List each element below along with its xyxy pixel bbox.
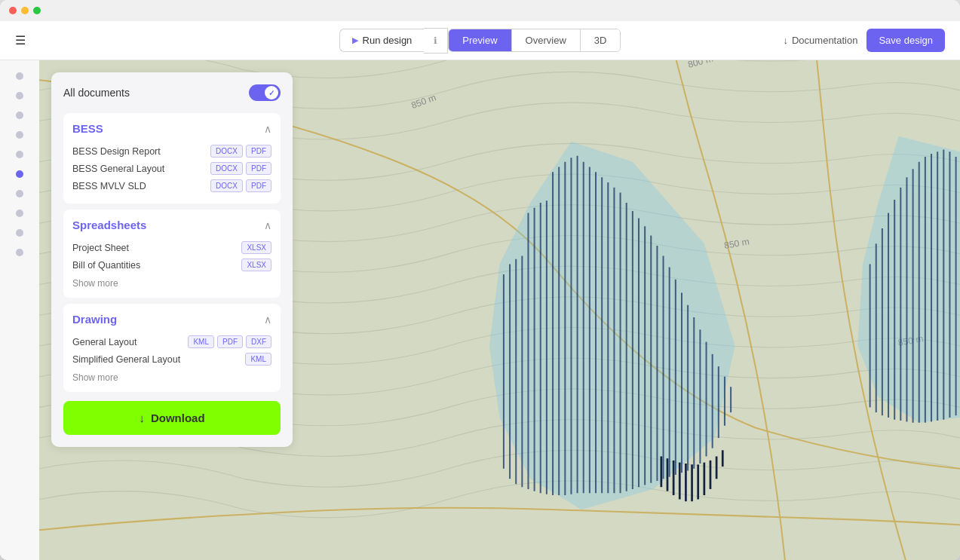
- download-label: Download: [151, 412, 205, 424]
- sidebar-dot-9[interactable]: [16, 229, 23, 237]
- run-design-button[interactable]: ▶ Run design: [339, 29, 425, 52]
- sidebar-dot-6[interactable]: [16, 170, 23, 178]
- doc-row: Simplified General Layout KML: [72, 350, 271, 368]
- doc-name: Project Sheet: [72, 243, 129, 253]
- save-design-button[interactable]: Save design: [866, 29, 945, 52]
- doc-name: General Layout: [72, 337, 136, 347]
- section-title-bess: BESS: [72, 122, 103, 135]
- sidebar-dot-10[interactable]: [16, 249, 23, 256]
- download-button[interactable]: ↓ Download: [63, 401, 281, 435]
- minimize-dot[interactable]: [21, 7, 29, 14]
- doc-name: BESS General Layout: [72, 164, 164, 174]
- download-icon: ↓: [139, 412, 145, 424]
- badge-pdf[interactable]: PDF: [246, 145, 271, 158]
- show-more-spreadsheets[interactable]: Show more: [72, 278, 271, 289]
- badge-kml[interactable]: KML: [188, 335, 214, 348]
- section-header-drawing: Drawing ∧: [72, 313, 271, 326]
- doc-row: BESS Design Report DOCX PDF: [72, 142, 271, 160]
- badge-docx[interactable]: DOCX: [210, 145, 243, 158]
- doc-badges: DOCX PDF: [210, 179, 271, 192]
- info-button[interactable]: ℹ: [424, 28, 448, 54]
- toolbar: ☰ ▶ Run design ℹ Preview Overview 3D ↓ D…: [0, 21, 960, 60]
- run-design-label: Run design: [363, 35, 413, 46]
- app-container: ☰ ▶ Run design ℹ Preview Overview 3D ↓ D…: [0, 21, 960, 560]
- show-more-drawing[interactable]: Show more: [72, 372, 271, 383]
- section-bess: BESS ∧ BESS Design Report DOCX PDF BESS …: [63, 113, 281, 203]
- doc-name: BESS Design Report: [72, 146, 161, 157]
- documents-panel: All documents BESS ∧ BESS Design Report: [51, 72, 293, 447]
- toolbar-center: ▶ Run design ℹ Preview Overview 3D: [339, 28, 621, 54]
- doc-badges: KML PDF DXF: [188, 335, 271, 348]
- sidebar-dot-8[interactable]: [16, 210, 23, 217]
- section-title-spreadsheets: Spreadsheets: [72, 219, 146, 231]
- all-documents-row: All documents: [63, 84, 281, 101]
- tab-preview[interactable]: Preview: [449, 29, 511, 51]
- badge-pdf[interactable]: PDF: [246, 179, 271, 192]
- sidebar-dot-4[interactable]: [16, 131, 23, 139]
- sidebar-dot-7[interactable]: [16, 190, 23, 197]
- sidebar-dot-3[interactable]: [16, 112, 23, 119]
- doc-badges: KML: [245, 353, 271, 366]
- section-drawing: Drawing ∧ General Layout KML PDF DXF: [63, 304, 281, 392]
- badge-kml[interactable]: KML: [245, 353, 271, 366]
- browser-window: ☰ ▶ Run design ℹ Preview Overview 3D ↓ D…: [0, 0, 960, 560]
- doc-row: General Layout KML PDF DXF: [72, 333, 271, 350]
- doc-row: Project Sheet XLSX: [72, 239, 271, 256]
- sidebar-dots: [0, 60, 39, 560]
- badge-docx[interactable]: DOCX: [210, 179, 243, 192]
- badge-pdf[interactable]: PDF: [217, 335, 243, 348]
- close-dot[interactable]: [9, 7, 17, 14]
- maximize-dot[interactable]: [33, 7, 41, 14]
- view-tabs: Preview Overview 3D: [448, 29, 621, 52]
- badge-dxf[interactable]: DXF: [246, 335, 271, 348]
- toolbar-right: ↓ Documentation Save design: [783, 29, 945, 52]
- doc-row: BESS General Layout DOCX PDF: [72, 160, 271, 177]
- doc-name: Bill of Quantities: [72, 260, 140, 271]
- browser-chrome: [0, 0, 960, 21]
- download-doc-icon: ↓: [783, 35, 788, 46]
- map-area[interactable]: 800 m 850 m 850 m 850 m 850 m: [39, 60, 960, 560]
- tab-overview[interactable]: Overview: [512, 29, 581, 51]
- doc-row: Bill of Quantities XLSX: [72, 256, 271, 274]
- menu-icon[interactable]: ☰: [15, 33, 26, 47]
- toggle-switch[interactable]: [249, 84, 281, 101]
- chevron-up-icon-drawing[interactable]: ∧: [264, 314, 271, 326]
- doc-badges: XLSX: [241, 259, 271, 271]
- chevron-up-icon-bess[interactable]: ∧: [264, 123, 271, 135]
- section-title-drawing: Drawing: [72, 313, 117, 326]
- badge-pdf[interactable]: PDF: [246, 162, 271, 175]
- sidebar-dot-1[interactable]: [16, 72, 23, 80]
- doc-row: BESS MVLV SLD DOCX PDF: [72, 177, 271, 194]
- doc-badges: XLSX: [241, 241, 271, 254]
- sidebar-dot-5[interactable]: [16, 151, 23, 158]
- documentation-button[interactable]: ↓ Documentation: [783, 35, 857, 46]
- documentation-label: Documentation: [792, 35, 857, 46]
- section-spreadsheets: Spreadsheets ∧ Project Sheet XLSX Bill o…: [63, 210, 281, 298]
- play-icon: ▶: [352, 35, 358, 45]
- all-documents-label: All documents: [63, 87, 130, 99]
- section-header-spreadsheets: Spreadsheets ∧: [72, 219, 271, 231]
- section-header-bess: BESS ∧: [72, 122, 271, 135]
- toggle-knob: [265, 86, 278, 99]
- badge-xlsx[interactable]: XLSX: [241, 259, 271, 271]
- doc-badges: DOCX PDF: [210, 162, 271, 175]
- chevron-up-icon-spreadsheets[interactable]: ∧: [264, 219, 271, 231]
- main-content: 800 m 850 m 850 m 850 m 850 m: [0, 60, 960, 560]
- tab-3d[interactable]: 3D: [581, 29, 621, 51]
- badge-docx[interactable]: DOCX: [210, 162, 243, 175]
- doc-badges: DOCX PDF: [210, 145, 271, 158]
- doc-name: Simplified General Layout: [72, 354, 180, 365]
- badge-xlsx[interactable]: XLSX: [241, 241, 271, 254]
- sidebar-dot-2[interactable]: [16, 92, 23, 99]
- doc-name: BESS MVLV SLD: [72, 181, 146, 191]
